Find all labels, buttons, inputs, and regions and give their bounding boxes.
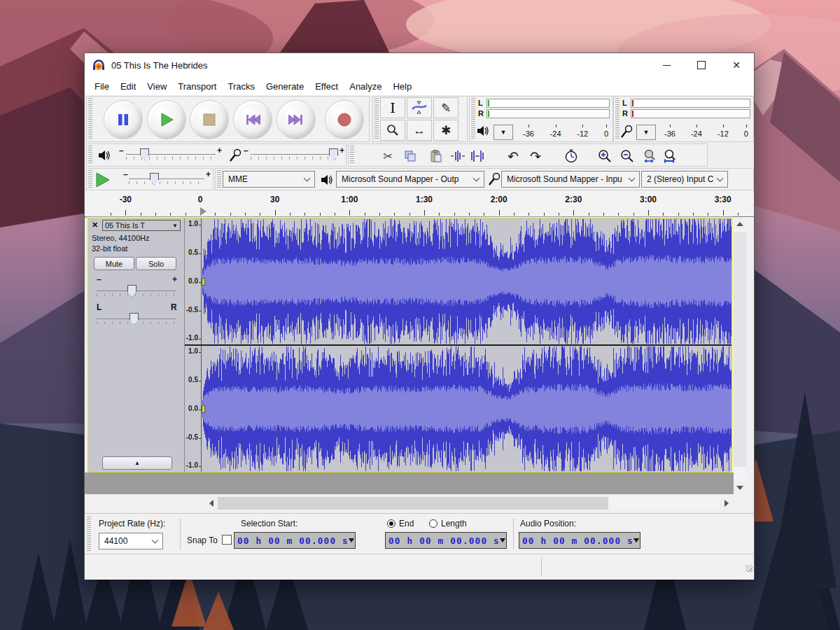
- recording-channels-select[interactable]: 2 (Stereo) Input C: [641, 171, 728, 188]
- track-close-button[interactable]: ✕: [92, 220, 98, 230]
- playback-meter-toolbar[interactable]: L R ▼ -36 -24 -12 0: [469, 96, 613, 142]
- zoom-in-button[interactable]: [594, 146, 616, 167]
- toolbar-grip[interactable]: [471, 98, 475, 140]
- vertical-scale-ruler-left[interactable]: 1.00.50.0-0.5-1.0: [185, 218, 202, 344]
- zoom-tool-button[interactable]: [380, 120, 405, 141]
- play-button[interactable]: [147, 100, 186, 139]
- close-button[interactable]: ✕: [719, 53, 754, 77]
- minimize-button[interactable]: [649, 53, 684, 77]
- cut-button[interactable]: ✂: [377, 146, 399, 167]
- maximize-button[interactable]: [684, 53, 719, 77]
- skip-to-end-button[interactable]: [276, 100, 316, 139]
- sync-lock-button[interactable]: [560, 146, 582, 167]
- recording-device-select[interactable]: Microsoft Sound Mapper - Inpu: [501, 171, 640, 188]
- track-collapse-button[interactable]: ▲: [102, 456, 172, 470]
- menu-file[interactable]: File: [89, 79, 115, 94]
- menu-view[interactable]: View: [141, 79, 172, 94]
- horizontal-scrollbar-thumb[interactable]: [218, 497, 608, 510]
- clip-start-marker[interactable]: [202, 405, 205, 413]
- clip-start-marker[interactable]: [202, 278, 205, 286]
- recording-meter-dropdown[interactable]: ▼: [636, 125, 656, 140]
- scroll-left-button[interactable]: [205, 497, 218, 510]
- undo-button[interactable]: ↶: [502, 146, 524, 167]
- fit-project-button[interactable]: [659, 146, 681, 167]
- paste-button[interactable]: [424, 146, 447, 167]
- scroll-down-button[interactable]: [734, 482, 746, 494]
- envelope-tool-button[interactable]: [407, 97, 432, 118]
- multi-tool-button[interactable]: ✱: [433, 120, 458, 141]
- microphone-icon: [228, 148, 242, 162]
- draw-tool-button[interactable]: ✎: [433, 97, 458, 118]
- playback-speed-slider[interactable]: [129, 174, 204, 186]
- snap-to-checkbox[interactable]: [222, 535, 232, 545]
- selection-start-field[interactable]: 00 h 00 m 00.000 s: [234, 532, 356, 549]
- stop-button[interactable]: [190, 100, 229, 139]
- menu-tracks[interactable]: Tracks: [222, 79, 260, 94]
- toolbar-grip[interactable]: [88, 98, 92, 140]
- audio-host-select[interactable]: MME: [223, 171, 315, 188]
- gain-slider-thumb[interactable]: [127, 285, 136, 297]
- time-field-dropdown-icon[interactable]: [349, 538, 354, 542]
- recording-volume-slider[interactable]: [251, 150, 339, 161]
- waveform-right-channel[interactable]: [202, 346, 732, 472]
- pan-slider-thumb[interactable]: [130, 313, 139, 325]
- scroll-up-button[interactable]: [734, 218, 746, 230]
- playback-volume-slider[interactable]: [126, 150, 216, 161]
- play-at-speed-icon[interactable]: [94, 172, 111, 188]
- playback-volume-thumb[interactable]: [140, 148, 149, 160]
- selection-end-field[interactable]: 00 h 00 m 00.000 s: [385, 532, 507, 549]
- time-field-dropdown-icon[interactable]: [634, 538, 639, 542]
- timeline-tick: [544, 213, 545, 216]
- track-name-menu[interactable]: 05 This Is T ▼: [102, 220, 181, 231]
- playback-meter-dropdown[interactable]: ▼: [493, 125, 513, 140]
- toolbar-grip[interactable]: [374, 98, 379, 140]
- end-radio[interactable]: [387, 519, 396, 528]
- fit-selection-button[interactable]: [638, 146, 661, 167]
- selection-tool-button[interactable]: I: [380, 97, 405, 118]
- toolbar-grip[interactable]: [350, 146, 354, 164]
- vertical-scrollbar-thumb[interactable]: [734, 232, 746, 467]
- mute-button[interactable]: Mute: [94, 257, 134, 270]
- scroll-right-button[interactable]: [720, 497, 733, 510]
- timeline-tick: [215, 213, 216, 216]
- solo-button[interactable]: Solo: [136, 257, 176, 270]
- menu-help[interactable]: Help: [387, 79, 417, 94]
- pan-slider[interactable]: [97, 314, 176, 326]
- pause-button[interactable]: [104, 100, 143, 139]
- menu-effect[interactable]: Effect: [309, 79, 344, 94]
- separator: [513, 519, 514, 550]
- timeline-tick: [499, 210, 500, 216]
- toolbar-grip[interactable]: [217, 170, 221, 188]
- resize-grip[interactable]: [746, 565, 752, 572]
- menu-edit[interactable]: Edit: [115, 79, 141, 94]
- waveform-left-channel[interactable]: [202, 218, 732, 344]
- timeline-tick: [708, 213, 708, 216]
- skip-to-start-button[interactable]: [233, 100, 272, 139]
- menu-analyze[interactable]: Analyze: [344, 79, 387, 94]
- project-rate-select[interactable]: 44100: [99, 533, 163, 550]
- silence-audio-button[interactable]: [466, 146, 489, 167]
- copy-button[interactable]: [399, 146, 421, 167]
- timeline-ruler[interactable]: -300301:001:302:002:303:003:30: [85, 191, 754, 217]
- toolbar-grip[interactable]: [87, 517, 91, 552]
- zoom-out-button[interactable]: [616, 146, 638, 167]
- end-radio-label[interactable]: End: [399, 519, 414, 528]
- toolbar-grip[interactable]: [88, 170, 92, 188]
- record-button[interactable]: [325, 100, 364, 139]
- gain-slider[interactable]: [97, 286, 176, 298]
- playhead-marker[interactable]: [200, 207, 206, 216]
- playback-device-select[interactable]: Microsoft Sound Mapper - Outp: [336, 171, 484, 188]
- length-radio-label[interactable]: Length: [441, 519, 467, 528]
- menu-transport[interactable]: Transport: [172, 79, 222, 94]
- redo-button[interactable]: ↷: [524, 146, 547, 167]
- menu-generate[interactable]: Generate: [260, 79, 309, 94]
- time-field-dropdown-icon[interactable]: [500, 538, 505, 542]
- playback-speed-thumb[interactable]: [150, 173, 159, 185]
- recording-meter-toolbar[interactable]: L R ▼ -36 -24 -12 0: [613, 96, 754, 142]
- length-radio[interactable]: [429, 519, 438, 528]
- recording-volume-thumb[interactable]: [329, 148, 338, 160]
- timeshift-tool-button[interactable]: ↔: [407, 120, 432, 141]
- audio-position-field[interactable]: 00 h 00 m 00.000 s: [519, 532, 640, 549]
- vertical-scale-ruler-right[interactable]: 1.00.50.0-0.5-1.0: [185, 346, 202, 472]
- toolbar-grip[interactable]: [88, 146, 92, 164]
